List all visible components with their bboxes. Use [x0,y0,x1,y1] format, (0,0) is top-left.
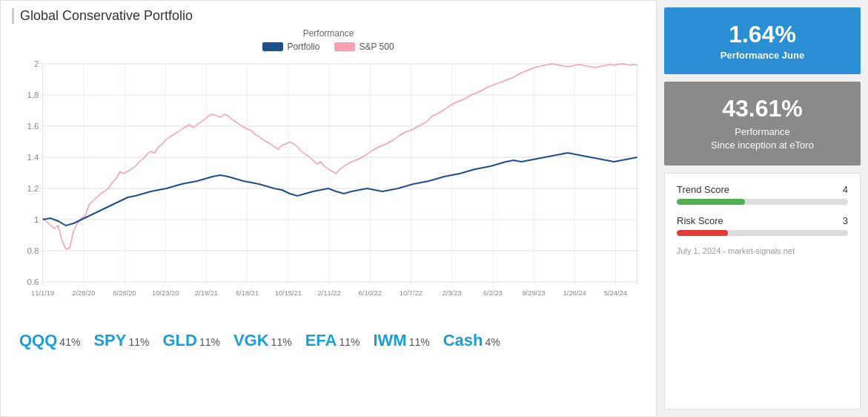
perf-june-label: Performance June [672,50,853,61]
holding-pct: 11% [409,336,430,348]
sp500-color-swatch [334,42,355,51]
holding-ticker: SPY [93,331,126,350]
svg-text:2/11/22: 2/11/22 [317,289,340,297]
chart-legend: Portfolio S&P 500 [12,42,645,52]
portfolio-color-swatch [262,42,283,51]
svg-text:1.6: 1.6 [27,122,39,131]
svg-text:10/15/21: 10/15/21 [275,289,302,297]
trend-score-row: Trend Score 4 [677,184,848,205]
perf-inception-label: Performance Since inception at eToro [672,125,853,152]
holding-pct: 41% [59,336,80,348]
title-bar: Global Conservative Portfolio [12,8,645,24]
scores-panel: Trend Score 4 Risk Score 3 July 1, 2024 … [664,173,861,410]
chart-title: Performance [12,28,645,39]
svg-text:0.8: 0.8 [27,246,39,255]
holding-ticker: Cash [443,331,483,350]
holding-item: EFA11% [305,331,360,350]
svg-text:0.6: 0.6 [27,278,39,286]
trend-score-value: 4 [843,184,848,195]
holdings-bar: QQQ41%SPY11%GLD11%VGK11%EFA11%IWM11%Cash… [12,331,645,350]
page-title: Global Conservative Portfolio [20,8,193,24]
holding-pct: 4% [486,336,500,348]
svg-text:5/24/24: 5/24/24 [604,289,627,297]
svg-text:10/7/22: 10/7/22 [400,289,423,297]
holding-item: IWM11% [373,331,429,350]
svg-text:1.2: 1.2 [27,184,39,193]
svg-text:2: 2 [34,59,39,68]
svg-text:1/26/24: 1/26/24 [563,289,586,297]
risk-score-bar-fill [677,230,728,236]
svg-text:6/26/20: 6/26/20 [113,289,136,297]
performance-june-card: 1.64% Performance June [664,7,861,74]
legend-sp500: S&P 500 [334,42,394,52]
svg-text:6/18/21: 6/18/21 [236,289,259,297]
svg-text:2/3/23: 2/3/23 [443,289,462,297]
risk-score-row: Risk Score 3 [677,215,848,236]
right-panel: 1.64% Performance June 43.61% Performanc… [657,0,868,417]
svg-text:2/28/20: 2/28/20 [72,289,95,297]
portfolio-label: Portfolio [287,42,319,52]
sp500-label: S&P 500 [359,42,394,52]
svg-text:6/10/22: 6/10/22 [359,289,382,297]
holding-ticker: GLD [162,331,196,350]
perf-inception-value: 43.61% [672,95,853,122]
holding-pct: 11% [339,336,360,348]
risk-score-label: Risk Score [677,215,723,226]
holding-item: SPY11% [93,331,149,350]
svg-text:2/19/21: 2/19/21 [195,289,218,297]
performance-inception-card: 43.61% Performance Since inception at eT… [664,82,861,165]
svg-text:6/2/23: 6/2/23 [483,289,503,297]
trend-score-bar-fill [677,199,745,205]
perf-june-value: 1.64% [672,21,853,48]
holding-ticker: QQQ [19,331,57,350]
holding-pct: 11% [199,336,220,348]
holding-ticker: EFA [305,331,337,350]
trend-score-bar-bg [677,199,848,205]
left-panel: Global Conservative Portfolio Performanc… [0,0,657,417]
holding-pct: 11% [128,336,149,348]
holding-ticker: VGK [233,331,269,350]
holding-item: VGK11% [233,331,292,350]
svg-text:1: 1 [34,215,39,224]
performance-chart: 2 1.8 1.6 1.4 1.2 1 0.8 0.6 11/1/19 2/28… [12,56,645,309]
risk-score-bar-bg [677,230,848,236]
holding-ticker: IWM [373,331,406,350]
holding-item: QQQ41% [19,331,80,350]
svg-text:1.4: 1.4 [27,153,39,162]
svg-text:11/1/19: 11/1/19 [31,289,54,297]
risk-score-value: 3 [843,215,848,226]
holding-item: GLD11% [162,331,219,350]
portfolio-line [43,153,637,226]
holding-item: Cash4% [443,331,500,350]
trend-score-label: Trend Score [677,184,729,195]
legend-portfolio: Portfolio [262,42,319,52]
date-label: July 1, 2024 - market-signals.net [677,246,848,255]
holding-pct: 11% [271,336,292,348]
svg-text:9/29/23: 9/29/23 [522,289,545,297]
svg-text:1.8: 1.8 [27,91,39,99]
chart-area: Performance Portfolio S&P 500 [12,28,645,325]
svg-text:10/23/20: 10/23/20 [152,289,179,297]
